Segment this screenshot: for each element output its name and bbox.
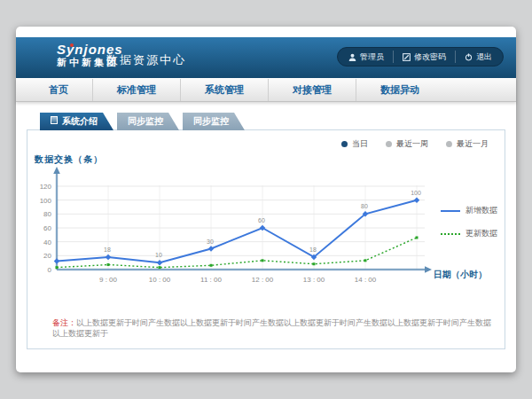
note-text: 以上数据更新于时间产生数据以上数据更新于时间产生数据以上数据更新于时间产生数据以… — [52, 318, 491, 338]
nav-item-4[interactable]: 数据异动 — [356, 79, 443, 101]
svg-text:60: 60 — [258, 217, 265, 223]
nav-item-2[interactable]: 系统管理 — [180, 79, 268, 101]
change-password-button[interactable]: 修改密码 — [393, 51, 455, 63]
tab-label: 同步监控 — [193, 116, 229, 126]
svg-text:11 : 00: 11 : 00 — [200, 276, 222, 284]
nav-item-0[interactable]: 首页 — [25, 79, 92, 101]
svg-text:30: 30 — [207, 239, 214, 245]
tab-label: 系统介绍 — [62, 116, 98, 126]
desktop-background: Synjones 新中新集团 数据资源中心 管理员 修改密码 退出 首页标准 — [0, 0, 532, 399]
user-name: 管理员 — [360, 51, 384, 63]
tab-2[interactable]: 同步监控 — [183, 113, 245, 130]
document-icon — [51, 116, 58, 124]
svg-text:100: 100 — [411, 190, 421, 196]
edit-icon — [403, 53, 411, 61]
chart-legend: 新增数据更新数据 — [441, 205, 497, 239]
svg-text:80: 80 — [43, 210, 51, 218]
svg-text:13 : 00: 13 : 00 — [303, 276, 325, 284]
app-window: Synjones 新中新集团 数据资源中心 管理员 修改密码 退出 首页标准 — [16, 27, 516, 372]
nav-item-3[interactable]: 对接管理 — [268, 79, 356, 101]
change-password-label: 修改密码 — [414, 51, 446, 63]
svg-text:20: 20 — [43, 252, 51, 260]
tab-label: 同步监控 — [128, 116, 163, 126]
svg-text:100: 100 — [40, 197, 52, 205]
legend-label: 新增数据 — [466, 205, 497, 216]
svg-text:10 : 00: 10 : 00 — [149, 276, 171, 284]
legend-swatch-icon — [441, 210, 460, 212]
chart-panel: 当日最近一周最近一月 数据交换（条） 0204060801001209 : 00… — [27, 129, 505, 349]
user-icon — [348, 53, 356, 61]
legend-item-1: 更新数据 — [441, 228, 497, 239]
svg-text:120: 120 — [40, 183, 52, 191]
note-prefix: 备注： — [52, 318, 76, 327]
footer-note: 备注：以上数据更新于时间产生数据以上数据更新于时间产生数据以上数据更新于时间产生… — [52, 317, 492, 339]
x-axis-title: 日期（小时） — [434, 269, 487, 281]
tab-1[interactable]: 同步监控 — [117, 113, 179, 130]
logo-accent-dot — [70, 43, 74, 47]
legend-swatch-icon — [441, 233, 460, 235]
line-chart: 0204060801001209 : 0010 : 0011 : 0012 : … — [27, 130, 505, 348]
svg-text:80: 80 — [361, 203, 368, 209]
nav-item-1[interactable]: 标准管理 — [92, 79, 180, 101]
app-header: Synjones 新中新集团 数据资源中心 管理员 修改密码 退出 — [16, 37, 516, 78]
logout-label: 退出 — [476, 51, 492, 63]
svg-text:40: 40 — [43, 239, 51, 246]
svg-text:10: 10 — [155, 252, 162, 258]
tab-0[interactable]: 系统介绍 — [40, 113, 113, 130]
power-icon — [465, 53, 473, 61]
user-toolbar: 管理员 修改密码 退出 — [337, 47, 504, 66]
legend-item-0: 新增数据 — [441, 205, 497, 216]
svg-text:14 : 00: 14 : 00 — [355, 276, 377, 284]
main-nav: 首页标准管理系统管理对接管理数据异动 — [16, 78, 516, 102]
legend-label: 更新数据 — [466, 228, 497, 239]
svg-text:18: 18 — [309, 246, 317, 253]
logout-button[interactable]: 退出 — [455, 51, 501, 63]
tab-bar: 系统介绍同步监控同步监控 — [40, 113, 245, 130]
page-title: 数据资源中心 — [106, 52, 186, 68]
svg-text:9 : 00: 9 : 00 — [99, 276, 118, 284]
svg-text:0: 0 — [48, 266, 52, 274]
svg-text:18: 18 — [104, 246, 111, 253]
user-menu[interactable]: 管理员 — [340, 51, 393, 63]
svg-text:60: 60 — [43, 224, 51, 232]
svg-text:12 : 00: 12 : 00 — [252, 276, 274, 284]
